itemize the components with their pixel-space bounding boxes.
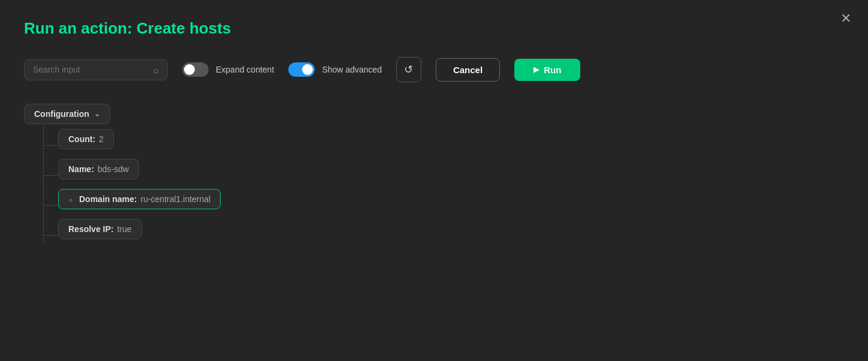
domain-name-row: ⬦ Domain name: ru-central1.internal xyxy=(44,184,844,214)
resolve-ip-label: Resolve IP: xyxy=(68,224,113,234)
search-icon: ⌕ xyxy=(153,65,159,75)
tree-connector-domain xyxy=(44,205,58,206)
show-advanced-slider xyxy=(288,62,315,77)
domain-name-field: ⬦ Domain name: ru-central1.internal xyxy=(58,189,221,209)
expand-content-group: Expand content xyxy=(182,62,274,77)
run-label: Run xyxy=(544,65,561,75)
name-row: Name: bds-sdw xyxy=(44,154,844,184)
domain-name-label: Domain name: xyxy=(79,194,137,204)
eraser-icon: ⬦ xyxy=(68,195,73,204)
name-value: bds-sdw xyxy=(98,164,129,174)
resolve-ip-row: Resolve IP: true xyxy=(44,214,844,244)
count-label: Count: xyxy=(68,134,95,144)
close-icon: ✕ xyxy=(840,11,851,26)
reset-button[interactable]: ↺ xyxy=(396,57,421,82)
dialog: ✕ Run an action: Create hosts ⌕ Expand c… xyxy=(0,0,868,361)
tree-connector-name xyxy=(44,175,58,176)
chevron-down-icon: ⌄ xyxy=(94,110,100,118)
resolve-ip-value: true xyxy=(117,224,131,234)
show-advanced-label: Show advanced xyxy=(322,65,382,74)
toolbar: ⌕ Expand content Show advanced ↺ Cancel xyxy=(24,57,844,82)
close-button[interactable]: ✕ xyxy=(840,12,851,25)
reset-icon: ↺ xyxy=(404,63,413,76)
expand-content-toggle[interactable] xyxy=(182,62,209,77)
expand-content-label: Expand content xyxy=(216,65,274,74)
config-header[interactable]: Configuration ⌄ xyxy=(24,104,110,124)
count-field: Count: 2 xyxy=(58,129,114,149)
show-advanced-group: Show advanced xyxy=(288,62,382,77)
tree-connector-count xyxy=(44,145,58,146)
resolve-ip-field: Resolve IP: true xyxy=(58,219,142,239)
config-label: Configuration xyxy=(34,109,89,119)
count-value: 2 xyxy=(99,134,104,144)
tree-section: Configuration ⌄ Count: 2 Name: bds-sdw xyxy=(24,104,844,244)
play-icon: ▶ xyxy=(534,65,539,74)
name-label: Name: xyxy=(68,164,94,174)
tree-children: Count: 2 Name: bds-sdw ⬦ Domain name: ru… xyxy=(43,124,844,244)
cancel-button[interactable]: Cancel xyxy=(436,58,500,82)
search-input[interactable] xyxy=(33,65,147,74)
show-advanced-toggle[interactable] xyxy=(288,62,315,77)
count-row: Count: 2 xyxy=(44,124,844,154)
tree-connector-resolve xyxy=(44,235,58,236)
search-box: ⌕ xyxy=(24,59,168,80)
name-field: Name: bds-sdw xyxy=(58,159,139,179)
domain-name-value: ru-central1.internal xyxy=(140,194,210,204)
expand-content-slider xyxy=(182,62,209,77)
dialog-title: Run an action: Create hosts xyxy=(24,19,844,38)
cancel-label: Cancel xyxy=(453,65,483,75)
run-button[interactable]: ▶ Run xyxy=(514,59,580,81)
